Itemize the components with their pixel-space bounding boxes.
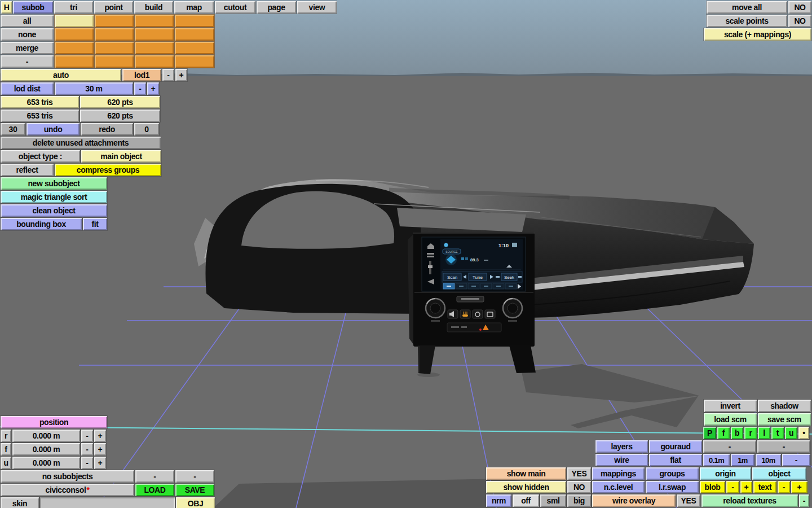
skin-button[interactable]: skin [1, 497, 39, 508]
object-button[interactable]: object [752, 467, 806, 480]
subob-dash-button[interactable]: - [1, 55, 54, 68]
magic-triangle-sort-button[interactable]: magic triangle sort [1, 191, 107, 203]
load-button[interactable]: LOAD [135, 484, 174, 496]
lod-dist-minus-button[interactable]: - [134, 82, 146, 95]
dash-button-1[interactable]: - [703, 440, 756, 453]
subob-grid-cell[interactable] [95, 15, 134, 27]
blob-plus-button[interactable]: + [740, 481, 752, 493]
reflect-button[interactable]: reflect [1, 164, 54, 176]
object-type-value[interactable]: main object [81, 150, 161, 163]
tab-build[interactable]: build [134, 1, 173, 14]
subobject-dash-button2[interactable]: - [175, 470, 214, 483]
subob-grid-cell[interactable] [95, 28, 134, 41]
flag-f-button[interactable]: f [717, 427, 730, 439]
redo-button[interactable]: redo [81, 123, 133, 135]
position-r-value[interactable]: 0.000 m [12, 430, 80, 442]
clean-object-button[interactable]: clean object [1, 204, 107, 217]
flag-u-button[interactable]: u [785, 427, 797, 439]
flag-p-button[interactable]: P [703, 427, 716, 439]
grid-10m-button[interactable]: 10m [756, 454, 781, 466]
position-f-value[interactable]: 0.000 m [12, 443, 80, 456]
grid-1m-button[interactable]: 1m [731, 454, 754, 466]
flag-b-button[interactable]: b [731, 427, 743, 439]
lod-dist-value[interactable]: 30 m [55, 82, 133, 95]
scale-points-button[interactable]: scale points [707, 15, 787, 27]
subob-grid-cell[interactable] [95, 42, 134, 54]
subob-grid-cell[interactable] [55, 55, 94, 68]
tab-point[interactable]: point [94, 1, 133, 14]
subob-grid-cell[interactable] [175, 15, 214, 27]
lr-swap-button[interactable]: l.r.swap [646, 481, 699, 493]
nrm-off-button[interactable]: off [513, 494, 539, 507]
position-u-minus-button[interactable]: - [81, 457, 93, 469]
subob-grid-cell[interactable] [135, 55, 174, 68]
subob-grid-cell[interactable] [135, 15, 174, 27]
nrm-big-button[interactable]: big [567, 494, 591, 507]
gouraud-button[interactable]: gouraud [649, 440, 702, 453]
show-hidden-button[interactable]: show hidden [486, 481, 566, 493]
show-hidden-toggle[interactable]: NO [567, 481, 591, 493]
flag-r-button[interactable]: r [744, 427, 757, 439]
tab-subob[interactable]: subob [13, 1, 53, 14]
text-minus-button[interactable]: - [778, 481, 790, 493]
position-u-plus-button[interactable]: + [94, 457, 106, 469]
select-none-button[interactable]: none [1, 28, 54, 41]
reload-textures-minus-button[interactable]: - [799, 494, 809, 507]
nrm-sml-button[interactable]: sml [540, 494, 566, 507]
dot-button[interactable]: • [798, 427, 809, 439]
bounding-box-button[interactable]: bounding box [1, 218, 82, 230]
tab-page[interactable]: page [257, 1, 296, 14]
subob-grid-cell[interactable] [135, 28, 174, 41]
save-button[interactable]: SAVE [175, 484, 214, 496]
select-all-button[interactable]: all [1, 15, 54, 27]
blob-minus-button[interactable]: - [726, 481, 739, 493]
position-r-minus-button[interactable]: - [81, 430, 93, 442]
blob-button[interactable]: blob [700, 481, 725, 493]
compress-groups-button[interactable]: compress groups [55, 164, 161, 176]
show-main-button[interactable]: show main [486, 467, 566, 480]
subob-grid-cell[interactable] [175, 42, 214, 54]
tab-cutout[interactable]: cutout [215, 1, 255, 14]
new-subobject-button[interactable]: new subobject [1, 177, 107, 190]
nc-level-button[interactable]: n.c.level [592, 481, 645, 493]
text-plus-button[interactable]: + [791, 481, 807, 493]
dash-button-2[interactable]: - [757, 440, 810, 453]
flag-l-button[interactable]: l [758, 427, 770, 439]
move-all-toggle[interactable]: NO [788, 1, 811, 14]
grid-minus-button[interactable]: - [782, 454, 810, 466]
position-u-value[interactable]: 0.000 m [12, 457, 80, 469]
subobject-dash-button[interactable]: - [135, 470, 174, 483]
lod-minus-button[interactable]: - [162, 69, 174, 81]
nrm-button[interactable]: nrm [486, 494, 511, 507]
lod-auto-button[interactable]: auto [1, 69, 121, 81]
tab-map[interactable]: map [174, 1, 214, 14]
subob-grid-cell[interactable] [175, 55, 214, 68]
skin-field[interactable] [40, 497, 175, 508]
grid-01m-button[interactable]: 0.1m [703, 454, 730, 466]
merge-button[interactable]: merge [1, 42, 54, 54]
shadow-button[interactable]: shadow [758, 400, 811, 412]
invert-button[interactable]: invert [704, 400, 757, 412]
subob-grid-cell[interactable] [135, 42, 174, 54]
load-scm-button[interactable]: load scm [704, 413, 757, 426]
subob-grid-cell[interactable] [95, 55, 134, 68]
reload-textures-button[interactable]: reload textures [701, 494, 798, 507]
text-button[interactable]: text [753, 481, 776, 493]
flag-t-button[interactable]: t [771, 427, 784, 439]
scale-mappings-button[interactable]: scale (+ mappings) [704, 28, 811, 41]
delete-unused-attachments-button[interactable]: delete unused attachments [1, 137, 161, 149]
wire-overlay-button[interactable]: wire overlay [592, 494, 676, 507]
subob-grid-cell-selected[interactable] [55, 15, 94, 27]
tab-tri[interactable]: tri [54, 1, 93, 14]
groups-button[interactable]: groups [646, 467, 699, 480]
subob-grid-cell[interactable] [55, 42, 94, 54]
lod-plus-button[interactable]: + [175, 69, 187, 81]
obj-button[interactable]: OBJ [176, 497, 215, 508]
show-main-toggle[interactable]: YES [567, 467, 591, 480]
model-name-field[interactable]: civicconsol* [1, 484, 134, 496]
undo-button[interactable]: undo [27, 123, 80, 135]
lod1-button[interactable]: lod1 [122, 69, 161, 81]
scale-points-toggle[interactable]: NO [788, 15, 811, 27]
origin-button[interactable]: origin [700, 467, 751, 480]
layers-button[interactable]: layers [595, 440, 648, 453]
